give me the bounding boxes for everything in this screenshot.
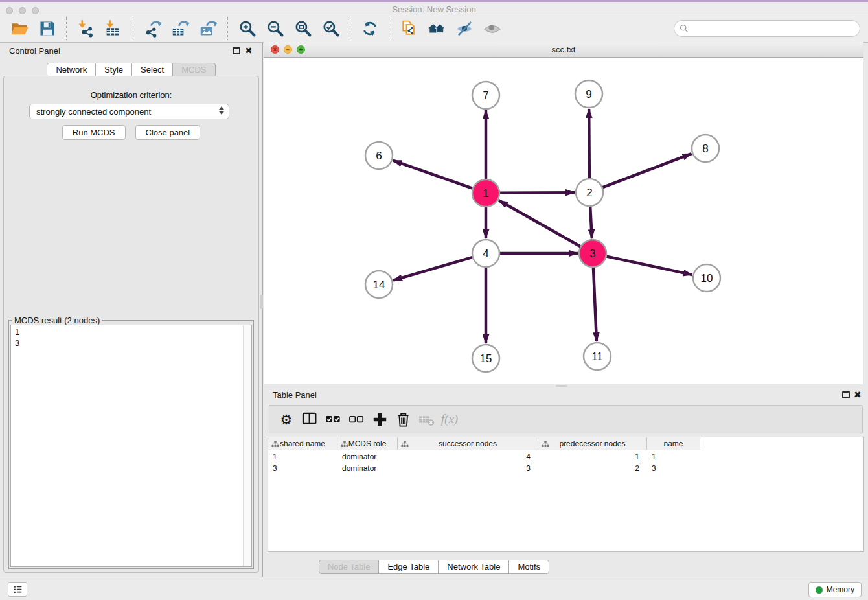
graph-node-6[interactable]: 6 — [365, 142, 393, 169]
cell-name[interactable]: 3 — [647, 463, 700, 474]
svg-text:3: 3 — [589, 248, 595, 260]
tab-node-table[interactable]: Node Table — [319, 560, 380, 574]
result-scrollbar[interactable] — [243, 325, 251, 566]
edge-3-1[interactable] — [499, 200, 580, 246]
svg-text:10: 10 — [701, 272, 713, 284]
graph-node-4[interactable]: 4 — [472, 240, 499, 267]
graph-node-9[interactable]: 9 — [575, 80, 602, 108]
zoom-selected-icon[interactable] — [321, 19, 341, 39]
export-network-icon[interactable] — [143, 19, 163, 39]
edge-1-2[interactable] — [500, 192, 575, 193]
memory-status-icon — [816, 586, 823, 594]
cell-successor-nodes[interactable]: 4 — [398, 451, 538, 463]
refresh-icon[interactable] — [360, 19, 380, 39]
home-icon[interactable] — [426, 19, 446, 39]
svg-text:1: 1 — [483, 187, 488, 200]
cell-MCDS-role[interactable]: dominator — [337, 463, 398, 474]
settings-gear-icon[interactable]: ⚙ — [275, 408, 298, 431]
tab-motifs[interactable]: Motifs — [508, 560, 549, 574]
column-header-shared-name[interactable]: shared name — [268, 437, 337, 450]
search-field[interactable] — [674, 20, 860, 37]
splitter-handle-vertical[interactable] — [260, 295, 263, 309]
import-table-icon[interactable] — [104, 19, 124, 39]
table-close-panel-icon[interactable]: ✖ — [854, 389, 862, 400]
memory-button[interactable]: Memory — [808, 582, 862, 597]
edge-2-9[interactable] — [589, 109, 589, 178]
edge-2-8[interactable] — [603, 154, 692, 187]
network-files-icon[interactable] — [398, 19, 418, 39]
graph-node-10[interactable]: 10 — [693, 264, 720, 292]
close-panel-button[interactable]: Close panel — [135, 125, 201, 140]
optimization-criterion-dropdown[interactable]: strongly connected component — [29, 104, 229, 119]
cell-shared-name[interactable]: 1 — [268, 451, 337, 463]
column-header-name[interactable]: name — [647, 437, 700, 450]
run-mcds-button[interactable]: Run MCDS — [62, 125, 126, 140]
control-panel-title: Control Panel — [9, 46, 60, 56]
cell-predecessor-nodes[interactable]: 1 — [538, 451, 647, 463]
tab-select[interactable]: Select — [131, 63, 173, 77]
add-column-icon[interactable] — [368, 408, 391, 431]
graph-node-11[interactable]: 11 — [584, 343, 611, 370]
column-header-successor-nodes[interactable]: successor nodes — [398, 437, 538, 450]
export-image-icon[interactable] — [198, 19, 218, 39]
network-window-titlebar: × − + scc.txt — [264, 42, 863, 58]
graph-node-7[interactable]: 7 — [472, 82, 499, 109]
graph-node-8[interactable]: 8 — [692, 135, 719, 162]
column-header-predecessor-nodes[interactable]: predecessor nodes — [538, 437, 647, 450]
mcds-result-group: MCDS result (2 nodes) 1 3 — [8, 320, 254, 569]
zoom-in-icon[interactable] — [237, 19, 257, 39]
cell-name[interactable]: 1 — [647, 451, 700, 463]
table-row[interactable]: 1dominator411 — [268, 451, 700, 463]
network-canvas[interactable]: 1234678910111415 — [264, 58, 863, 384]
graph-node-14[interactable]: 14 — [365, 271, 393, 298]
table-row[interactable]: 3dominator323 — [268, 463, 700, 474]
export-table-icon[interactable] — [170, 19, 190, 39]
cell-predecessor-nodes[interactable]: 2 — [538, 463, 647, 474]
toolbar-separator — [227, 17, 228, 40]
edge-2-3[interactable] — [590, 207, 592, 238]
graph-node-1[interactable]: 1 — [472, 179, 499, 207]
search-input[interactable] — [692, 23, 860, 34]
edge-4-14[interactable] — [393, 257, 472, 280]
delete-table-icon — [415, 408, 438, 431]
svg-text:14: 14 — [373, 279, 385, 291]
tab-edge-table[interactable]: Edge Table — [378, 560, 439, 574]
dropdown-stepper-icon — [219, 106, 224, 115]
node-table: shared nameMCDS rolesuccessor nodesprede… — [268, 437, 864, 552]
graph-node-15[interactable]: 15 — [472, 345, 499, 372]
select-all-icon[interactable] — [321, 408, 345, 431]
mcds-result-textarea[interactable]: 1 3 — [10, 325, 252, 567]
float-panel-icon[interactable] — [233, 47, 240, 54]
hide-unhide-icon[interactable] — [454, 19, 474, 39]
tab-mcds[interactable]: MCDS — [172, 63, 215, 77]
delete-column-icon[interactable] — [391, 408, 415, 431]
graph-node-2[interactable]: 2 — [576, 179, 603, 206]
edge-3-11[interactable] — [593, 268, 597, 341]
tab-network-table[interactable]: Network Table — [438, 560, 509, 574]
preview-eye-icon[interactable] — [482, 19, 502, 39]
edge-1-6[interactable] — [393, 161, 473, 189]
deselect-all-icon[interactable] — [345, 408, 368, 431]
table-float-panel-icon[interactable] — [842, 391, 850, 398]
zoom-fit-icon[interactable] — [293, 19, 313, 39]
cell-shared-name[interactable]: 3 — [268, 463, 337, 474]
edge-3-10[interactable] — [607, 257, 692, 275]
svg-text:15: 15 — [480, 352, 492, 365]
status-bar: Memory — [0, 577, 868, 600]
cell-successor-nodes[interactable]: 3 — [398, 463, 538, 474]
graph-node-3[interactable]: 3 — [579, 240, 606, 267]
tab-style[interactable]: Style — [95, 63, 132, 77]
toolbar-separator — [350, 17, 350, 40]
table-toolbar: ⚙f(x) — [269, 405, 863, 433]
import-network-icon[interactable] — [76, 19, 96, 39]
control-panel: Control Panel ✖ NetworkStyleSelectMCDS O… — [0, 43, 263, 577]
save-session-icon[interactable] — [37, 19, 57, 39]
column-header-MCDS-role[interactable]: MCDS role — [337, 437, 398, 450]
close-panel-icon[interactable]: ✖ — [245, 45, 253, 56]
cell-MCDS-role[interactable]: dominator — [337, 451, 398, 463]
open-session-icon[interactable] — [9, 19, 29, 39]
zoom-out-icon[interactable] — [265, 19, 285, 39]
tab-network[interactable]: Network — [47, 63, 96, 77]
split-panel-icon[interactable] — [298, 408, 321, 431]
show-panels-button[interactable] — [8, 582, 27, 597]
